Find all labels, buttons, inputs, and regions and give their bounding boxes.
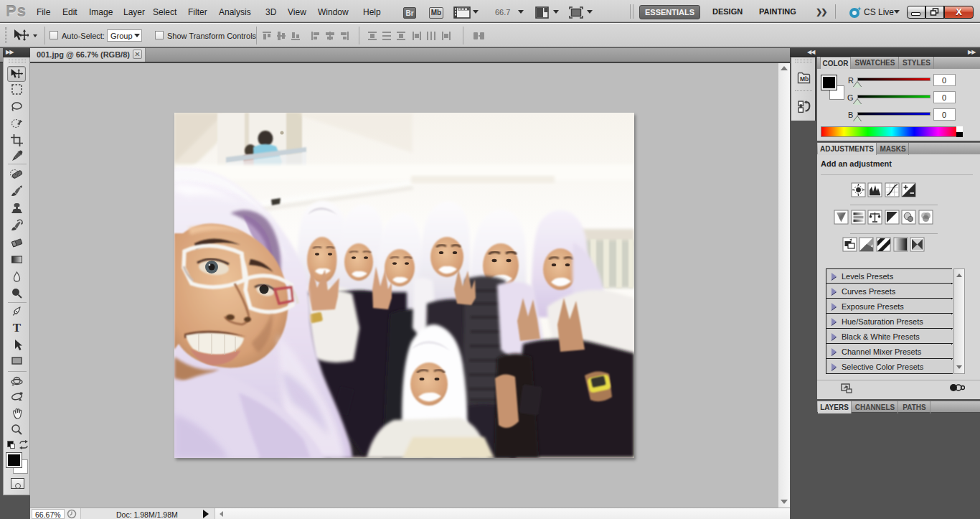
svg-text:Mb: Mb [800,75,809,83]
